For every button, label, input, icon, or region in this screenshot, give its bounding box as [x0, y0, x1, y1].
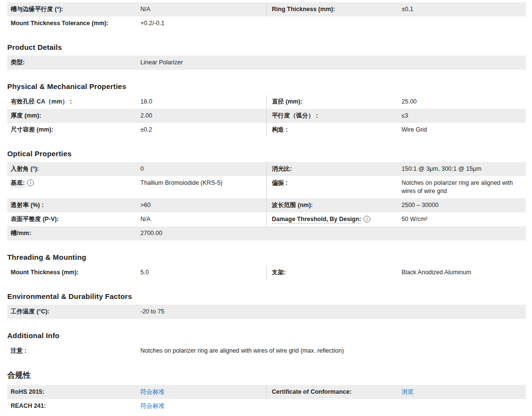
spec-value-link[interactable]: 符合标准	[140, 402, 267, 410]
spec-cell: 平行度（弧分） :≤3	[267, 109, 526, 123]
spec-row: 工作温度 (°C):-20 to 75	[7, 305, 526, 319]
section-title: Additional Info	[7, 331, 526, 340]
spec-label: 尺寸容差 (mm):	[11, 126, 140, 134]
spec-row: Mount Thickness Tolerance (mm):+0.2/-0.1	[7, 16, 526, 30]
spec-value: >60	[140, 201, 266, 209]
spec-cell: Mount Thickness Tolerance (mm):+0.2/-0.1	[7, 16, 267, 30]
spec-label-text: 槽与边缘平行度 (°):	[11, 6, 63, 13]
spec-label: Certificate of Conformance:	[272, 388, 402, 396]
spec-row: 有效孔径 CA（mm） :18.0直径 (mm):25.00	[7, 95, 526, 109]
spec-cell: 支架:Black Anodized Aluminum	[267, 266, 526, 280]
spec-label-text: 有效孔径 CA（mm） :	[11, 98, 72, 105]
section-title: Physical & Mechanical Properties	[7, 82, 526, 90]
spec-cell: 基底:iThallium Bromoiodide (KRS-5)	[7, 176, 267, 198]
spec-value-link[interactable]: 符合标准	[140, 388, 266, 396]
spec-cell: 透射率 (%) :>60	[7, 198, 267, 212]
spec-cell: 工作温度 (°C):-20 to 75	[7, 305, 526, 319]
spec-value: +0.2/-0.1	[140, 19, 267, 28]
spec-row: 厚度 (mm):2.00平行度（弧分） :≤3	[7, 109, 526, 123]
spec-value: ≤3	[402, 112, 526, 120]
spec-label-text: 偏振 :	[272, 179, 288, 186]
spec-label: REACH 241:	[11, 402, 140, 410]
spec-row: 注意 :Notches on polarizer ring are aligne…	[7, 344, 526, 358]
spec-cell: Ring Thickness (mm):±0.1	[267, 2, 526, 16]
spec-row: 尺寸容差 (mm):±0.2构造 :Wire Grid	[7, 123, 526, 137]
spec-value: Thallium Bromoiodide (KRS-5)	[140, 179, 266, 187]
empty-cell	[267, 399, 526, 413]
spec-cell: 槽与边缘平行度 (°):N/A	[7, 2, 267, 16]
spec-label-text[interactable]: 基底:	[11, 179, 25, 187]
spec-label: Damage Threshold, By Design:i	[272, 215, 402, 223]
spec-label: Mount Thickness (mm):	[11, 268, 140, 277]
spec-label-text: Certificate of Conformance:	[272, 388, 352, 395]
empty-cell	[267, 16, 526, 30]
spec-cell: 厚度 (mm):2.00	[7, 109, 267, 123]
spec-label-text: 工作温度 (°C):	[11, 308, 49, 315]
info-icon[interactable]: i	[27, 179, 34, 186]
spec-label: 平行度（弧分） :	[272, 112, 402, 120]
spec-label: 槽与边缘平行度 (°):	[11, 5, 140, 14]
spec-value: Black Anodized Aluminum	[402, 268, 526, 277]
spec-cell: 注意 :Notches on polarizer ring are aligne…	[7, 344, 526, 358]
spec-value: 2500 – 30000	[402, 201, 526, 209]
section-title: Product Details	[7, 43, 526, 51]
spec-label-text: 类型:	[11, 59, 25, 66]
spec-label-text: 波长范围 (nm):	[272, 202, 313, 208]
spec-value: 0	[140, 165, 266, 173]
spec-value: 2.00	[140, 112, 266, 120]
spec-value: Notches on polarizer ring are aligned wi…	[402, 179, 526, 195]
spec-value: 2700.00	[140, 229, 267, 238]
spec-label-text: 消光比:	[272, 165, 292, 172]
spec-label-text: 尺寸容差 (mm):	[11, 126, 53, 133]
spec-value: ±0.1	[402, 5, 526, 14]
spec-cell: 槽/mm:2700.00	[7, 226, 267, 240]
spec-row: 基底:iThallium Bromoiodide (KRS-5)偏振 :Notc…	[7, 176, 526, 198]
spec-row: RoHS 2015:符合标准Certificate of Conformance…	[7, 385, 526, 399]
spec-row: 槽/mm:2700.00	[7, 226, 526, 240]
spec-label-text: 厚度 (mm):	[11, 112, 41, 119]
spec-label: 槽/mm:	[11, 229, 140, 238]
section-title: 合规性	[7, 371, 526, 381]
spec-cell: Mount Thickness (mm):5.0	[7, 266, 267, 280]
spec-value: N/A	[140, 215, 266, 223]
spec-value: 50 W/cm²	[402, 215, 526, 223]
spec-cell: 尺寸容差 (mm):±0.2	[7, 123, 267, 137]
spec-cell: Damage Threshold, By Design:i50 W/cm²	[267, 212, 526, 226]
spec-row: 槽与边缘平行度 (°):N/ARing Thickness (mm):±0.1	[7, 2, 526, 16]
section-title: Optical Properties	[7, 149, 526, 158]
spec-label-text: 构造 :	[272, 126, 288, 133]
spec-label-text: Mount Thickness (mm):	[11, 269, 78, 276]
spec-value-link[interactable]: 浏览	[402, 388, 526, 396]
spec-label: 透射率 (%) :	[11, 201, 140, 209]
spec-label-text[interactable]: Damage Threshold, By Design:	[272, 216, 362, 223]
spec-label-text: 透射率 (%) :	[11, 202, 44, 208]
spec-cell: 表面平整度 (P-V):N/A	[7, 212, 267, 226]
spec-row: Mount Thickness (mm):5.0支架:Black Anodize…	[7, 266, 526, 280]
info-icon[interactable]: i	[364, 216, 370, 223]
spec-label: 直径 (mm):	[272, 98, 402, 106]
spec-value: 25.00	[402, 98, 526, 106]
spec-label: 厚度 (mm):	[11, 112, 140, 120]
spec-label-text: RoHS 2015:	[11, 388, 44, 395]
spec-label: 基底:i	[11, 179, 140, 187]
spec-label: 波长范围 (nm):	[272, 201, 402, 209]
spec-value: Linear Polarizer	[140, 59, 526, 67]
spec-label-text: 表面平整度 (P-V):	[11, 216, 59, 223]
spec-value: ±0.2	[140, 126, 266, 134]
spec-value: N/A	[140, 5, 266, 14]
spec-label: 入射角 (°):	[11, 165, 140, 173]
spec-value: 150:1 @ 3μm, 300:1 @ 15μm	[402, 165, 526, 173]
spec-row: 透射率 (%) :>60波长范围 (nm):2500 – 30000	[7, 198, 526, 212]
spec-label: Ring Thickness (mm):	[272, 5, 402, 14]
spec-label: 构造 :	[272, 126, 402, 134]
spec-row: 表面平整度 (P-V):N/ADamage Threshold, By Desi…	[7, 212, 526, 226]
spec-label: 表面平整度 (P-V):	[11, 215, 140, 223]
spec-label-text: REACH 241:	[11, 402, 46, 409]
spec-row: REACH 241:符合标准	[7, 399, 526, 413]
spec-label-text: 注意 :	[11, 347, 27, 354]
section-title: Threading & Mounting	[7, 253, 526, 261]
spec-value: Notches on polarizer ring are aligned wi…	[140, 347, 526, 355]
spec-label: Mount Thickness Tolerance (mm):	[11, 19, 140, 28]
spec-label: 类型:	[11, 59, 140, 67]
spec-cell: 偏振 :Notches on polarizer ring are aligne…	[267, 176, 526, 198]
